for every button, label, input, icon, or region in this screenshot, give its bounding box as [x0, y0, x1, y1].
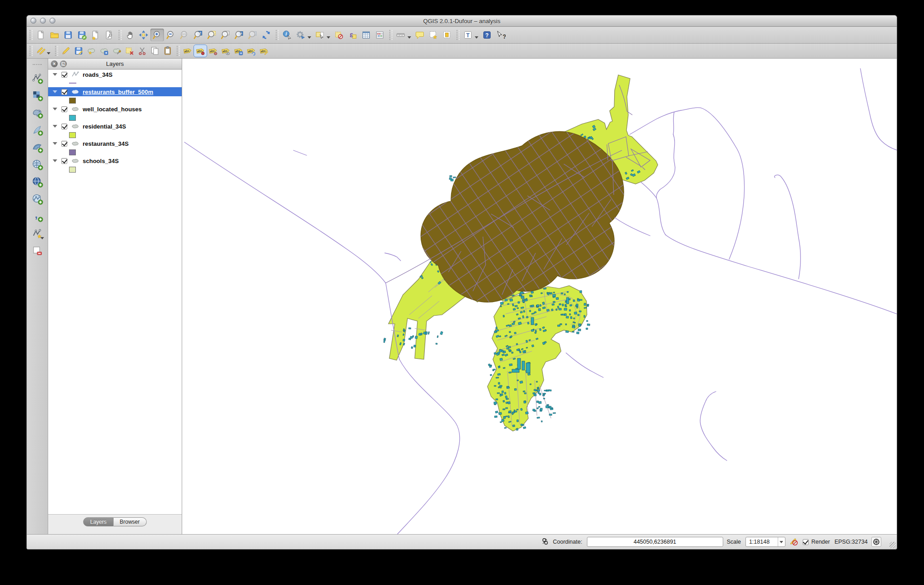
- select-by-expression-button[interactable]: ε: [346, 29, 359, 41]
- scale-combobox[interactable]: 1:18148: [745, 537, 785, 547]
- zoom-next-button[interactable]: [246, 29, 259, 41]
- panel-float-icon[interactable]: ◱: [60, 60, 67, 67]
- title-bar[interactable]: QGIS 2.0.1-Dufour – analysis: [27, 15, 897, 27]
- save-project-as-button[interactable]: [75, 29, 89, 41]
- save-project-button[interactable]: [61, 29, 75, 41]
- add-postgis-layer-button[interactable]: [30, 105, 45, 120]
- add-spatialite-layer-button[interactable]: [30, 122, 45, 138]
- layer-visibility-checkbox[interactable]: [61, 141, 67, 147]
- whats-this-button[interactable]: ?: [494, 29, 507, 41]
- new-vector-layer-button[interactable]: [30, 70, 45, 86]
- label-properties-button[interactable]: abc: [258, 45, 270, 57]
- show-bookmarks-button[interactable]: [440, 29, 454, 41]
- current-edits-dropdown-icon[interactable]: [47, 52, 50, 55]
- add-raster-layer-button[interactable]: [30, 88, 45, 103]
- add-wcs-layer-button[interactable]: [30, 174, 45, 189]
- new-project-button[interactable]: [34, 29, 48, 41]
- new-shapefile-layer-dropdown-icon[interactable]: [40, 237, 44, 239]
- text-annotation-button[interactable]: T: [461, 29, 475, 41]
- scale-dropdown-icon[interactable]: [778, 537, 785, 546]
- label-rotate-button[interactable]: abc: [245, 45, 258, 57]
- new-composer-button[interactable]: [89, 29, 102, 41]
- layer-item-residential_34S[interactable]: residential_34S: [48, 122, 182, 131]
- add-wfs-layer-button[interactable]: [30, 191, 45, 207]
- label-layer-button[interactable]: abc: [181, 45, 194, 57]
- layer-symbol-swatch[interactable]: [69, 98, 76, 104]
- layer-visibility-checkbox[interactable]: [61, 72, 67, 78]
- new-bookmark-button[interactable]: [427, 29, 440, 41]
- layer-symbol-swatch[interactable]: [69, 167, 76, 173]
- render-checkbox[interactable]: [803, 539, 809, 545]
- remove-layer-button[interactable]: [30, 243, 45, 258]
- select-features-button[interactable]: [313, 29, 327, 41]
- zoom-to-selection-button[interactable]: [205, 29, 219, 41]
- current-edits-button[interactable]: [34, 45, 47, 57]
- layer-item-well_located_houses[interactable]: well_located_houses: [48, 104, 182, 114]
- measure-line-button[interactable]: [394, 29, 407, 41]
- label-unpin-button[interactable]: abc: [207, 45, 219, 57]
- node-tool-button[interactable]: [110, 45, 123, 57]
- add-feature-button[interactable]: [85, 45, 98, 57]
- layer-visibility-checkbox[interactable]: [61, 106, 67, 112]
- expand-collapse-icon[interactable]: [53, 108, 57, 110]
- expand-collapse-icon[interactable]: [53, 73, 57, 76]
- layer-item-schools_34S[interactable]: schools_34S: [48, 156, 182, 165]
- expand-collapse-icon[interactable]: [53, 125, 57, 128]
- crs-status-icon[interactable]: [871, 537, 881, 547]
- expand-collapse-icon[interactable]: [53, 90, 57, 93]
- pan-to-selection-button[interactable]: [137, 29, 150, 41]
- zoom-full-button[interactable]: [191, 29, 205, 41]
- composer-manager-button[interactable]: [102, 29, 116, 41]
- zoom-out-button[interactable]: [164, 29, 178, 41]
- cut-features-button[interactable]: [136, 45, 149, 57]
- zoom-last-button[interactable]: [232, 29, 246, 41]
- add-wms-layer-button[interactable]: [30, 157, 45, 172]
- deselect-features-button[interactable]: [332, 29, 346, 41]
- zoom-actual-button[interactable]: 1:1: [178, 29, 191, 41]
- refresh-map-button[interactable]: [259, 29, 273, 41]
- run-feature-action-dropdown-icon[interactable]: [308, 36, 311, 39]
- open-attribute-table-button[interactable]: [359, 29, 373, 41]
- delete-selected-button[interactable]: [123, 45, 136, 57]
- zoom-in-button[interactable]: [150, 29, 164, 41]
- measure-line-dropdown-icon[interactable]: [407, 36, 411, 39]
- move-feature-button[interactable]: [98, 45, 110, 57]
- map-canvas[interactable]: [182, 59, 897, 535]
- coordinate-input[interactable]: [587, 537, 723, 547]
- expand-collapse-icon[interactable]: [53, 142, 57, 145]
- panel-tab-browser[interactable]: Browser: [114, 517, 147, 526]
- layer-symbol-swatch[interactable]: [69, 132, 76, 138]
- map-tips-button[interactable]: [413, 29, 427, 41]
- label-highlight-button[interactable]: abc: [219, 45, 232, 57]
- label-move-button[interactable]: abc: [232, 45, 245, 57]
- coordinate-capture-icon[interactable]: [541, 537, 549, 547]
- layer-visibility-checkbox[interactable]: [61, 158, 67, 164]
- layer-symbol-swatch[interactable]: [69, 115, 76, 121]
- field-calculator-button[interactable]: [373, 29, 387, 41]
- open-project-button[interactable]: [48, 29, 61, 41]
- layer-visibility-checkbox[interactable]: [61, 89, 67, 95]
- text-annotation-dropdown-icon[interactable]: [475, 36, 478, 39]
- layer-item-roads_34S[interactable]: roads_34S: [48, 70, 182, 79]
- identify-features-button[interactable]: i: [280, 29, 294, 41]
- layer-item-restaurants_34S[interactable]: restaurants_34S: [48, 139, 182, 148]
- save-layer-edits-button[interactable]: [72, 45, 85, 57]
- pan-map-button[interactable]: [123, 29, 137, 41]
- paste-features-button[interactable]: [161, 45, 174, 57]
- zoom-to-layer-button[interactable]: [219, 29, 232, 41]
- run-feature-action-button[interactable]: [294, 29, 308, 41]
- select-features-dropdown-icon[interactable]: [327, 36, 330, 39]
- layer-symbol-swatch[interactable]: [69, 83, 76, 84]
- add-delimited-text-button[interactable]: ,: [30, 208, 45, 224]
- layer-item-restaurants_buffer_500m[interactable]: restaurants_buffer_500m: [48, 87, 182, 96]
- panel-tab-layers[interactable]: Layers: [83, 517, 113, 526]
- stop-rendering-icon[interactable]: [789, 537, 798, 547]
- layer-visibility-checkbox[interactable]: [61, 124, 67, 129]
- add-mssql-layer-button[interactable]: [30, 139, 45, 155]
- new-shapefile-layer-button[interactable]: [30, 226, 45, 241]
- copy-features-button[interactable]: [149, 45, 161, 57]
- help-contents-button[interactable]: ?: [480, 29, 494, 41]
- expand-collapse-icon[interactable]: [53, 159, 57, 162]
- label-pin-button[interactable]: abc: [194, 45, 207, 57]
- layer-symbol-swatch[interactable]: [69, 149, 76, 155]
